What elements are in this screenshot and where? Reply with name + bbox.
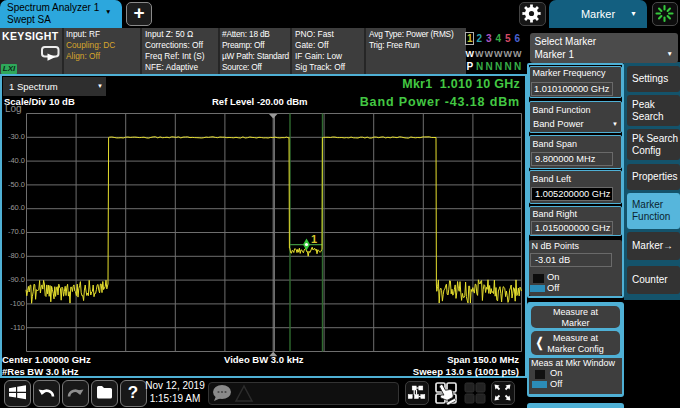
svg-text:1: 1: [311, 233, 317, 245]
